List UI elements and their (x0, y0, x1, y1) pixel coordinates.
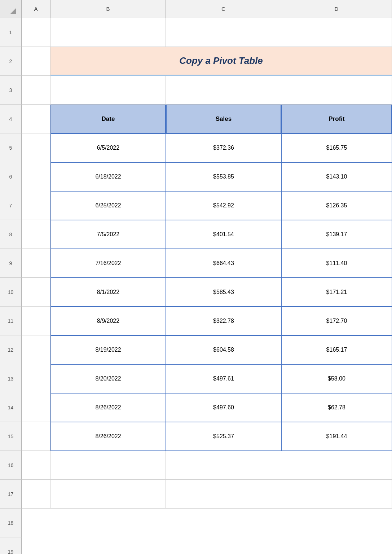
cell-date-9[interactable]: 8/26/2022 (50, 393, 166, 422)
cell-profit-7[interactable]: $165.17 (281, 335, 392, 364)
cell-date-2[interactable]: 6/25/2022 (50, 191, 166, 220)
cell-3d[interactable] (281, 76, 392, 105)
cell-11a[interactable] (22, 307, 50, 335)
cell-profit-6[interactable]: $172.70 (281, 307, 392, 335)
cell-date-6[interactable]: 8/9/2022 (50, 307, 166, 335)
cell-date-3[interactable]: 7/5/2022 (50, 220, 166, 249)
cell-profit-2[interactable]: $126.35 (281, 191, 392, 220)
cell-sales-3[interactable]: $401.54 (166, 220, 281, 249)
col-header-c: C (166, 0, 281, 18)
table-row-1: 6/18/2022 $553.85 $143.10 (22, 162, 392, 191)
col-header-profit[interactable]: Profit (281, 105, 392, 133)
cell-12a[interactable] (22, 335, 50, 364)
row-num-16: 16 (0, 451, 22, 480)
cell-date-8[interactable]: 8/20/2022 (50, 364, 166, 393)
cell-14a[interactable] (22, 393, 50, 422)
cell-4a[interactable] (22, 105, 50, 133)
row-num-12: 12 (0, 335, 22, 364)
cell-3b[interactable] (50, 76, 166, 105)
cell-profit-5[interactable]: $171.21 (281, 278, 392, 307)
table-row-0: 6/5/2022 $372.36 $165.75 (22, 133, 392, 162)
col-header-sales[interactable]: Sales (166, 105, 281, 133)
cell-sales-10[interactable]: $525.37 (166, 422, 281, 451)
cell-profit-3[interactable]: $139.17 (281, 220, 392, 249)
cell-16b[interactable] (50, 451, 166, 480)
cell-sales-1[interactable]: $553.85 (166, 162, 281, 191)
row-num-11: 11 (0, 307, 22, 335)
cell-1d[interactable] (281, 18, 392, 47)
cell-date-1[interactable]: 6/18/2022 (50, 162, 166, 191)
row-num-8: 8 (0, 220, 22, 249)
row-num-13: 13 (0, 364, 22, 393)
table-row-3: 7/5/2022 $401.54 $139.17 (22, 220, 392, 249)
cell-16d[interactable] (281, 451, 392, 480)
table-row-5: 8/1/2022 $585.43 $171.21 (22, 278, 392, 307)
title-cell[interactable]: Copy a Pivot Table (50, 47, 392, 76)
row-3 (22, 76, 392, 105)
cell-date-7[interactable]: 8/19/2022 (50, 335, 166, 364)
table-row-7: 8/19/2022 $604.58 $165.17 (22, 335, 392, 364)
table-row-10: 8/26/2022 $525.37 $191.44 (22, 422, 392, 451)
row-16 (22, 451, 392, 480)
cell-17a[interactable] (22, 480, 50, 509)
cell-date-10[interactable]: 8/26/2022 (50, 422, 166, 451)
cell-6a[interactable] (22, 162, 50, 191)
table-row-6: 8/9/2022 $322.78 $172.70 (22, 307, 392, 335)
cell-sales-6[interactable]: $322.78 (166, 307, 281, 335)
cell-sales-2[interactable]: $542.92 (166, 191, 281, 220)
row-1 (22, 18, 392, 47)
col-header-d: D (281, 0, 392, 18)
cell-10a[interactable] (22, 278, 50, 307)
cell-sales-9[interactable]: $497.60 (166, 393, 281, 422)
cell-date-0[interactable]: 6/5/2022 (50, 133, 166, 162)
cell-16a[interactable] (22, 451, 50, 480)
cell-sales-4[interactable]: $664.43 (166, 249, 281, 278)
cell-13a[interactable] (22, 364, 50, 393)
row-17 (22, 480, 392, 509)
cell-16c[interactable] (166, 451, 281, 480)
cell-17b[interactable] (50, 480, 166, 509)
table-row-9: 8/26/2022 $497.60 $62.78 (22, 393, 392, 422)
row-num-4: 4 (0, 105, 22, 133)
table-row-2: 6/25/2022 $542.92 $126.35 (22, 191, 392, 220)
cell-9a[interactable] (22, 249, 50, 278)
cell-17d[interactable] (281, 480, 392, 509)
corner-cell (0, 0, 22, 18)
cell-7a[interactable] (22, 191, 50, 220)
cell-profit-9[interactable]: $62.78 (281, 393, 392, 422)
cell-8a[interactable] (22, 220, 50, 249)
cell-2a[interactable] (22, 47, 50, 76)
cell-sales-0[interactable]: $372.36 (166, 133, 281, 162)
cell-17c[interactable] (166, 480, 281, 509)
cell-profit-0[interactable]: $165.75 (281, 133, 392, 162)
cell-profit-1[interactable]: $143.10 (281, 162, 392, 191)
row-num-14: 14 (0, 393, 22, 422)
column-headers: A B C D (22, 0, 392, 18)
cell-sales-7[interactable]: $604.58 (166, 335, 281, 364)
row-4-header: Date Sales Profit (22, 105, 392, 133)
cell-profit-4[interactable]: $111.40 (281, 249, 392, 278)
row-num-2: 2 (0, 47, 22, 76)
table-row-8: 8/20/2022 $497.61 $58.00 (22, 364, 392, 393)
cell-3a[interactable] (22, 76, 50, 105)
row-number-column: 1 2 3 4 5 6 7 8 9 10 11 12 13 14 15 16 1… (0, 0, 22, 554)
row-num-9: 9 (0, 249, 22, 278)
cell-1b[interactable] (50, 18, 166, 47)
cell-3c[interactable] (166, 76, 281, 105)
row-num-19: 19 (0, 537, 22, 554)
cell-15a[interactable] (22, 422, 50, 451)
col-header-date[interactable]: Date (50, 105, 166, 133)
cell-profit-10[interactable]: $191.44 (281, 422, 392, 451)
cell-sales-5[interactable]: $585.43 (166, 278, 281, 307)
cell-5a[interactable] (22, 133, 50, 162)
row-num-18: 18 (0, 509, 22, 537)
cell-profit-8[interactable]: $58.00 (281, 364, 392, 393)
cell-date-5[interactable]: 8/1/2022 (50, 278, 166, 307)
corner-triangle-icon (10, 8, 16, 14)
row-num-5: 5 (0, 133, 22, 162)
cell-date-4[interactable]: 7/16/2022 (50, 249, 166, 278)
cell-sales-8[interactable]: $497.61 (166, 364, 281, 393)
cell-1a[interactable] (22, 18, 50, 47)
cell-1c[interactable] (166, 18, 281, 47)
row-num-15: 15 (0, 422, 22, 451)
